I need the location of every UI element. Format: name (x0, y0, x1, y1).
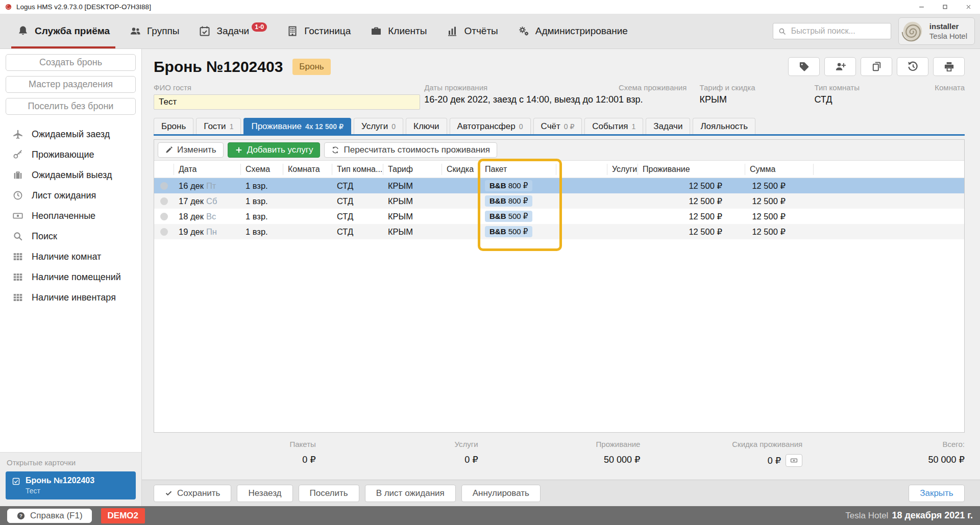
add-guest-button[interactable] (824, 57, 856, 76)
summary-value: 0 ₽ (768, 454, 802, 467)
package-chip[interactable]: B&B 500 ₽ (485, 211, 532, 222)
tab-invoice[interactable]: Счёт0 ₽ (533, 118, 582, 134)
top-nav: Служба приёмаГруппыЗадачи1-0ГостиницаКли… (0, 14, 980, 49)
help-label: Справка (F1) (30, 511, 83, 521)
statusbar-hotel-date: Tesla Hotel18 декабря 2021 г. (845, 510, 973, 521)
sidebar-item-room-availability[interactable]: Наличие комнат (0, 246, 141, 267)
column-header: Услуги (607, 164, 638, 175)
window-controls (910, 0, 980, 14)
search-input[interactable] (790, 26, 886, 36)
tab-transfer[interactable]: Автотрансфер0 (450, 118, 531, 134)
cell-select (154, 228, 174, 236)
tab-label: Лояльность (700, 121, 748, 132)
recalc-button[interactable]: Пересчитать стоимость проживания (324, 142, 497, 158)
nav-item-reports[interactable]: Отчёты (436, 14, 507, 48)
maximize-button[interactable] (933, 0, 957, 14)
tab-badge: 0 ₽ (564, 122, 575, 131)
sidebar-item-waitlist[interactable]: Лист ожидания (0, 185, 141, 206)
sidebar-button-checkin-without-booking[interactable]: Поселить без брони (6, 98, 136, 115)
nav-item-tasks[interactable]: Задачи1-0 (189, 14, 277, 48)
nav-badge: 1-0 (252, 22, 267, 32)
summary-label: Проживание (596, 440, 641, 448)
sidebar-button-split-wizard[interactable]: Мастер разделения (6, 76, 136, 93)
summary-label: Услуги (454, 440, 478, 448)
sidebar-item-inventory-availability[interactable]: Наличие инвентаря (0, 287, 141, 308)
edit-button[interactable]: Изменить (158, 142, 224, 158)
package-chip[interactable]: B&B 800 ₽ (485, 180, 532, 191)
day-of-week: Вс (206, 212, 216, 221)
sidebar-item-label: Наличие помещений (32, 272, 121, 283)
copy-button[interactable] (861, 57, 892, 76)
check-in-button[interactable]: Поселить (299, 485, 359, 502)
open-card-title: Бронь №1202403 (26, 476, 94, 485)
row-select-circle[interactable] (160, 213, 168, 220)
minimize-button[interactable] (910, 0, 933, 14)
tab-badge: 4x 12 500 ₽ (305, 122, 344, 131)
save-button[interactable]: Сохранить (154, 485, 231, 502)
tab-guests[interactable]: Гости1 (196, 118, 241, 134)
row-select-circle[interactable] (160, 182, 168, 190)
package-chip[interactable]: B&B 500 ₽ (485, 226, 532, 237)
table-row[interactable]: 19 декПн1 взр.СТДКРЫМB&B 500 ₽12 500 ₽12… (154, 224, 964, 239)
date-value: 16 дек (179, 181, 204, 190)
table-row[interactable]: 18 декВс1 взр.СТДКРЫМB&B 500 ₽12 500 ₽12… (154, 209, 964, 224)
sidebar-item-unpaid[interactable]: Неоплаченные (0, 206, 141, 226)
package-chip[interactable]: B&B 800 ₽ (485, 195, 532, 207)
annul-button[interactable]: Аннулировать (461, 485, 541, 502)
close-card-button[interactable]: Закрыть (909, 485, 965, 502)
sidebar-item-search[interactable]: Поиск (0, 226, 141, 246)
tab-lodging[interactable]: Проживание4x 12 500 ₽ (243, 118, 351, 134)
cell-date: 16 декПт (174, 181, 241, 191)
column-header (154, 164, 174, 175)
cell-date: 19 декПн (174, 227, 241, 237)
print-button[interactable] (933, 57, 965, 76)
summary-value: 50 000 ₽ (604, 454, 641, 465)
nav-item-reception[interactable]: Служба приёма (7, 14, 119, 48)
nav-item-clients[interactable]: Клиенты (360, 14, 436, 48)
table-row[interactable]: 16 декПт1 взр.СТДКРЫМB&B 800 ₽12 500 ₽12… (154, 178, 964, 193)
bar-chart-icon (446, 25, 458, 37)
user-menu[interactable]: installer Tesla Hotel (898, 17, 975, 45)
quick-search (773, 23, 891, 39)
tab-events[interactable]: События1 (584, 118, 643, 134)
open-card-booking[interactable]: Бронь №1202403 Тест (6, 471, 136, 499)
column-header: Тип комна... (332, 164, 383, 175)
tab-booking[interactable]: Бронь (154, 118, 193, 134)
history-button[interactable] (897, 57, 928, 76)
tab-tasks[interactable]: Задачи (646, 118, 690, 134)
booking-tabs: БроньГости1Проживание4x 12 500 ₽Услуги0К… (142, 118, 980, 134)
no-show-button[interactable]: Незаезд (237, 485, 292, 502)
add-service-button[interactable]: Добавить услугу (228, 142, 321, 158)
nav-item-groups[interactable]: Группы (119, 14, 189, 48)
guest-name-input[interactable] (154, 94, 420, 110)
summary-amount: 0 ₽ (464, 454, 478, 465)
tab-keys[interactable]: Ключи (406, 118, 447, 134)
sidebar-item-residents[interactable]: Проживающие (0, 144, 141, 165)
tab-loyalty[interactable]: Лояльность (693, 118, 755, 134)
cell-lodging: 12 500 ₽ (638, 196, 745, 206)
tab-services[interactable]: Услуги0 (354, 118, 403, 134)
sidebar-button-create-booking[interactable]: Создать бронь (6, 54, 136, 71)
nav-item-administration[interactable]: Администрирование (508, 14, 638, 48)
cell-package: B&B 800 ₽ (480, 180, 556, 191)
table-header: ДатаСхемаКомнатаТип комна...ТарифСкидкаП… (154, 161, 964, 178)
discount-money-button[interactable] (786, 454, 802, 467)
sidebar-item-space-availability[interactable]: Наличие помещений (0, 267, 141, 287)
to-waitlist-button[interactable]: В лист ожидания (365, 485, 456, 502)
nav-item-label: Администрирование (535, 26, 628, 37)
table-row[interactable]: 17 декСб1 взр.СТДКРЫМB&B 800 ₽12 500 ₽12… (154, 193, 964, 209)
column-header: Скидка (442, 164, 480, 175)
help-button[interactable]: ? Справка (F1) (7, 509, 92, 523)
maximize-icon (941, 3, 949, 11)
sidebar-item-expected-arrival[interactable]: Ожидаемый заезд (0, 124, 141, 144)
sidebar-item-expected-departure[interactable]: Ожидаемый выезд (0, 165, 141, 185)
sidebar-item-label: Неоплаченные (32, 211, 95, 221)
demo-badge: DEMO2 (101, 508, 145, 523)
cell-select (154, 213, 174, 220)
row-select-circle[interactable] (160, 228, 168, 236)
app-logo-icon (5, 3, 12, 11)
tags-button[interactable] (788, 57, 820, 76)
close-button[interactable] (957, 0, 980, 14)
nav-item-hotel[interactable]: Гостиница (277, 14, 360, 48)
row-select-circle[interactable] (160, 197, 168, 205)
